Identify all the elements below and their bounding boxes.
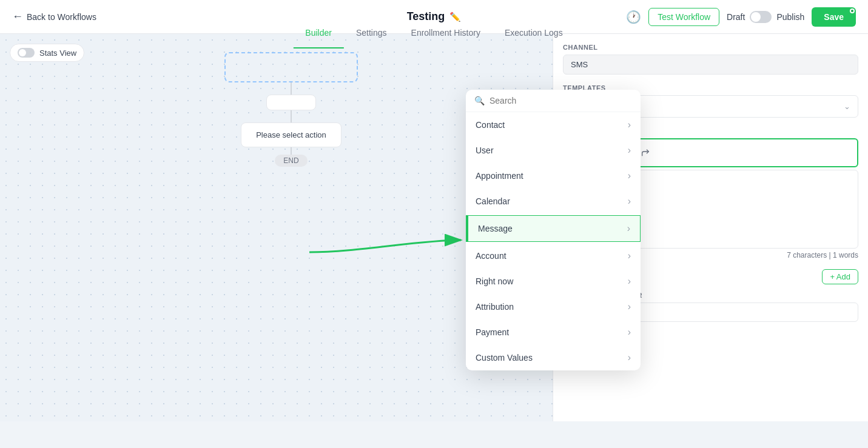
menu-item-custom-values-label: Custom Values — [476, 353, 533, 363]
header: ← Back to Workflows Testing ✏️ Builder S… — [0, 0, 868, 34]
menu-item-right-now-label: Right now — [476, 276, 513, 286]
menu-item-calendar-label: Calendar — [476, 196, 510, 206]
menu-item-attribution[interactable]: Attribution › — [466, 294, 641, 319]
menu-item-user-label: User — [476, 145, 494, 155]
menu-item-message-label: Message — [478, 224, 513, 233]
chevron-right-icon-4: › — [628, 196, 631, 207]
search-icon: 🔍 — [474, 96, 485, 105]
trigger-node[interactable] — [224, 52, 358, 82]
menu-item-calendar[interactable]: Calendar › — [466, 189, 641, 214]
chevron-right-icon-2: › — [628, 145, 631, 156]
draft-label: Draft — [727, 12, 745, 22]
publish-label: Publish — [776, 12, 804, 22]
menu-item-contact[interactable]: Contact › — [466, 112, 641, 138]
chevron-right-icon-3: › — [628, 170, 631, 181]
main-layout: Stats View Please select action END — [0, 34, 868, 421]
chevron-right-icon: › — [628, 119, 631, 130]
nav-tabs: Builder Settings Enrollment History Exec… — [293, 0, 574, 48]
select-action-node[interactable]: Please select action — [241, 122, 341, 147]
tab-builder[interactable]: Builder — [293, 17, 344, 48]
chevron-down-icon: ⌄ — [844, 102, 850, 111]
menu-item-payment-label: Payment — [476, 327, 509, 337]
chevron-right-icon-9: › — [628, 327, 631, 338]
menu-item-right-now[interactable]: Right now › — [466, 269, 641, 294]
add-button[interactable]: + Add — [822, 269, 858, 284]
draft-publish-toggle: Draft Publish — [727, 11, 804, 23]
connector-3 — [291, 147, 292, 155]
end-label: END — [283, 156, 298, 165]
save-button[interactable]: Save — [812, 7, 856, 27]
stats-toggle-switch[interactable] — [18, 48, 35, 58]
connector-1 — [291, 82, 292, 95]
history-icon[interactable]: 🕐 — [626, 10, 641, 24]
tab-execution-logs[interactable]: Execution Logs — [493, 17, 575, 48]
workflow-nodes: Please select action END — [224, 52, 358, 167]
back-arrow-icon: ← — [12, 10, 23, 23]
chevron-right-icon-5: › — [627, 223, 630, 234]
menu-item-account[interactable]: Account › — [466, 243, 641, 269]
header-left: ← Back to Workflows — [12, 10, 96, 23]
header-right: 🕐 Test Workflow Draft Publish Save — [626, 7, 856, 27]
menu-item-contact-label: Contact — [476, 120, 505, 130]
menu-item-custom-values[interactable]: Custom Values › — [466, 345, 641, 370]
menu-item-appointment-label: Appointment — [476, 171, 523, 181]
connector-2 — [291, 110, 292, 122]
save-dot-indicator — [850, 8, 855, 13]
action-node-box[interactable] — [266, 95, 316, 110]
chevron-right-icon-6: › — [628, 250, 631, 261]
chevron-right-icon-8: › — [628, 301, 631, 312]
menu-item-account-label: Account — [476, 251, 506, 261]
tab-settings[interactable]: Settings — [344, 17, 399, 48]
channel-label: CHANNEL — [563, 44, 858, 51]
stats-view-label: Stats View — [39, 48, 76, 58]
select-action-label: Please select action — [256, 130, 326, 139]
search-box: 🔍 — [466, 90, 641, 112]
menu-item-message[interactable]: Message › — [466, 215, 641, 242]
menu-item-payment[interactable]: Payment › — [466, 319, 641, 345]
stats-view-toggle[interactable]: Stats View — [10, 44, 84, 62]
tab-enrollment-history[interactable]: Enrollment History — [399, 17, 493, 48]
back-button[interactable]: ← Back to Workflows — [12, 10, 96, 23]
search-input[interactable] — [490, 96, 632, 105]
channel-section: CHANNEL SMS — [563, 44, 858, 75]
stats-toggle-thumb — [19, 49, 26, 56]
menu-item-user[interactable]: User › — [466, 138, 641, 163]
channel-value: SMS — [563, 55, 858, 75]
chevron-right-icon-10: › — [628, 352, 631, 363]
test-workflow-button[interactable]: Test Workflow — [648, 8, 719, 26]
green-arrow — [297, 216, 479, 264]
toggle-thumb — [751, 12, 761, 22]
menu-item-appointment[interactable]: Appointment › — [466, 163, 641, 189]
dropdown-menu: 🔍 Contact › User › Appointment › Calenda… — [466, 90, 641, 370]
chevron-right-icon-7: › — [628, 276, 631, 287]
end-badge: END — [275, 155, 307, 167]
menu-item-attribution-label: Attribution — [476, 302, 514, 312]
publish-toggle[interactable] — [750, 11, 772, 23]
back-label: Back to Workflows — [27, 12, 96, 22]
